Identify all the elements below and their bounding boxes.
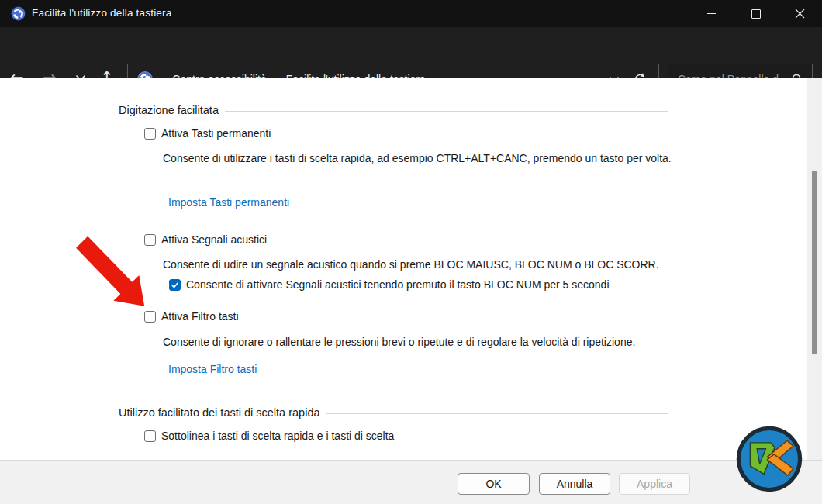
cancel-button[interactable]: Annulla bbox=[539, 473, 610, 495]
section-digitazione-facilitata: Digitazione facilitata bbox=[119, 104, 668, 116]
minimize-button[interactable] bbox=[689, 0, 734, 27]
minimize-icon bbox=[707, 13, 716, 14]
apply-button[interactable]: Applica bbox=[619, 473, 690, 495]
toggle-keys-description: Consente di udire un segnale acustico qu… bbox=[163, 255, 659, 274]
close-icon bbox=[795, 9, 805, 19]
toggle-keys-label: Attiva Segnali acustici bbox=[161, 233, 267, 246]
filter-keys-checkbox[interactable] bbox=[144, 311, 156, 323]
vertical-scrollbar[interactable] bbox=[807, 78, 822, 460]
window-title: Facilita l'utilizzo della tastiera bbox=[32, 7, 171, 19]
red-arrow-annotation bbox=[73, 234, 148, 310]
underline-shortcuts-label: Sottolinea i tasti di scelta rapida e i … bbox=[161, 430, 394, 442]
section-title: Digitazione facilitata bbox=[119, 104, 219, 116]
navigation-bar: ← → ↑ « Centro accessibilità › Facilita … bbox=[0, 27, 822, 78]
toggle-keys-suboption-label: Consente di attivare Segnali acustici te… bbox=[186, 278, 610, 291]
close-button[interactable] bbox=[778, 0, 822, 27]
ok-button[interactable]: OK bbox=[458, 473, 530, 495]
filter-keys-description: Consente di ignorare o rallentare le pre… bbox=[163, 333, 635, 351]
filter-keys-row: Attiva Filtro tasti bbox=[144, 310, 239, 323]
titlebar: Facilita l'utilizzo della tastiera bbox=[0, 0, 822, 27]
setup-sticky-keys-link[interactable]: Imposta Tasti permanenti bbox=[168, 196, 289, 209]
check-icon bbox=[171, 281, 179, 289]
sticky-keys-description: Consente di utilizzare i tasti di scelta… bbox=[163, 149, 698, 167]
sticky-keys-row: Attiva Tasti permanenti bbox=[144, 127, 271, 140]
section-divider bbox=[225, 111, 668, 112]
setup-filter-keys-link[interactable]: Imposta Filtro tasti bbox=[168, 363, 257, 375]
maximize-button[interactable] bbox=[734, 0, 778, 27]
watermark-logo bbox=[735, 425, 803, 493]
scrollbar-thumb[interactable] bbox=[812, 171, 817, 354]
toggle-keys-row: Attiva Segnali acustici bbox=[144, 233, 267, 246]
underline-shortcuts-checkbox[interactable] bbox=[144, 430, 156, 442]
ease-of-access-icon bbox=[11, 6, 26, 21]
sticky-keys-label: Attiva Tasti permanenti bbox=[161, 127, 271, 140]
filter-keys-label: Attiva Filtro tasti bbox=[161, 310, 239, 323]
underline-shortcuts-row: Sottolinea i tasti di scelta rapida e i … bbox=[144, 430, 394, 442]
toggle-keys-suboption-checkbox[interactable] bbox=[169, 279, 181, 291]
section-tasti-scelta-rapida: Utilizzo facilitato dei tasti di scelta … bbox=[119, 406, 668, 419]
maximize-icon bbox=[751, 9, 761, 19]
section-title: Utilizzo facilitato dei tasti di scelta … bbox=[119, 406, 320, 419]
section-divider bbox=[326, 413, 668, 414]
sticky-keys-checkbox[interactable] bbox=[144, 128, 156, 140]
toggle-keys-suboption-row: Consente di attivare Segnali acustici te… bbox=[169, 278, 610, 291]
footer-bar: OK Annulla Applica bbox=[0, 460, 822, 504]
